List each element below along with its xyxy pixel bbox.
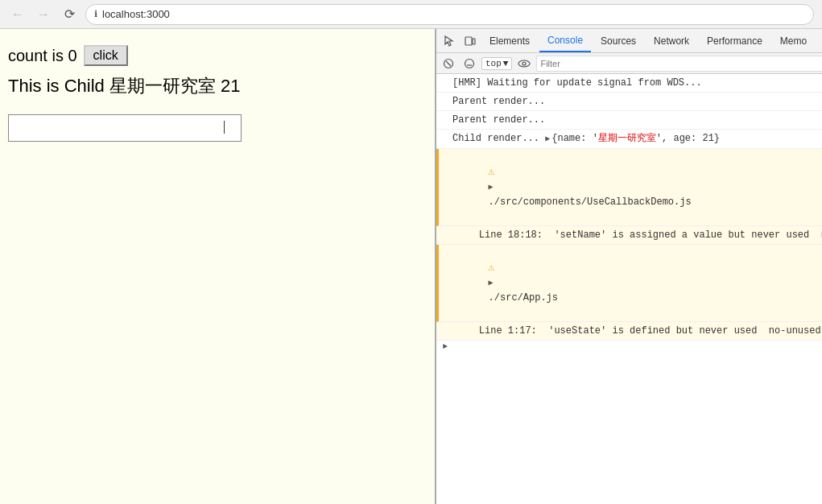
input-container xyxy=(8,114,427,142)
warning-file-2: ./src/App.js xyxy=(489,292,558,304)
click-button[interactable]: click xyxy=(84,45,128,66)
svg-marker-0 xyxy=(445,36,452,46)
expand-arrow-w2[interactable]: ▶ xyxy=(489,279,494,287)
eye-button[interactable] xyxy=(515,55,533,72)
context-arrow: ▼ xyxy=(503,59,509,68)
svg-rect-1 xyxy=(465,37,472,45)
browser-chrome: ← → ⟳ ℹ localhost:3000 xyxy=(0,0,822,29)
back-button[interactable]: ← xyxy=(8,5,27,24)
svg-point-5 xyxy=(465,59,474,68)
svg-line-4 xyxy=(446,61,451,66)
console-toolbar: top ▼ xyxy=(436,53,822,74)
address-bar[interactable]: ℹ localhost:3000 xyxy=(85,4,814,25)
tab-network[interactable]: Network xyxy=(646,29,697,52)
inspect-element-button[interactable] xyxy=(440,31,459,51)
tab-memo[interactable]: Memo xyxy=(772,29,815,52)
context-selector[interactable]: top ▼ xyxy=(481,57,512,70)
expand-arrow[interactable]: ▶ xyxy=(545,134,550,143)
url-text: localhost:3000 xyxy=(102,8,170,20)
console-line-warning2-detail: Line 1:17: 'useState' is defined but nev… xyxy=(436,322,822,341)
console-line-warning1: ⚠ ▶ ./src/components/UseCallbackDemo.js xyxy=(436,149,822,226)
device-toggle-button[interactable] xyxy=(461,31,480,51)
console-clear-button[interactable] xyxy=(440,55,457,72)
console-line-warning2: ⚠ ▶ ./src/App.js xyxy=(436,245,822,322)
warning-file-1: ./src/components/UseCallbackDemo.js xyxy=(489,196,692,208)
text-input[interactable] xyxy=(8,114,242,142)
svg-rect-2 xyxy=(473,39,475,44)
tab-performance[interactable]: Performance xyxy=(699,29,770,52)
svg-point-8 xyxy=(523,62,526,65)
child-text: This is Child 星期一研究室 21 xyxy=(8,74,427,98)
console-output: [HMR] Waiting for update signal from WDS… xyxy=(436,74,822,504)
tab-elements[interactable]: Elements xyxy=(481,29,538,52)
console-line-parent1: Parent render... xyxy=(436,93,822,111)
console-line-child: Child render... ▶{name: '星期一研究室', age: 2… xyxy=(436,130,822,149)
console-prompt-line[interactable]: ► xyxy=(436,341,822,353)
count-text: count is 0 xyxy=(8,47,77,65)
cursor-caret xyxy=(224,121,225,134)
warning-icon-2: ⚠ xyxy=(489,262,495,274)
filter-input[interactable] xyxy=(536,56,822,72)
console-filter-toggle[interactable] xyxy=(461,55,478,72)
lock-icon: ℹ xyxy=(94,9,97,19)
count-line: count is 0 click xyxy=(8,45,427,66)
tab-sources[interactable]: Sources xyxy=(593,29,644,52)
console-line-parent2: Parent render... xyxy=(436,111,822,130)
expand-arrow-w1[interactable]: ▶ xyxy=(489,183,494,192)
prompt-arrow-icon: ► xyxy=(443,342,448,351)
main-area: count is 0 click This is Child 星期一研究室 21 xyxy=(0,29,822,504)
context-label: top xyxy=(485,59,502,68)
forward-button[interactable]: → xyxy=(34,5,53,24)
console-line-hmr: [HMR] Waiting for update signal from WDS… xyxy=(436,74,822,93)
warning-icon-1: ⚠ xyxy=(489,166,495,178)
console-line-warning1-detail: Line 18:18: 'setName' is assigned a valu… xyxy=(436,226,822,245)
reload-button[interactable]: ⟳ xyxy=(60,5,79,24)
devtools-tabs-toolbar: Elements Console Sources Network Perform… xyxy=(436,29,822,53)
page-content: count is 0 click This is Child 星期一研究室 21 xyxy=(0,29,435,504)
svg-point-7 xyxy=(518,60,530,67)
devtools-panel: Elements Console Sources Network Perform… xyxy=(435,29,822,504)
tab-console[interactable]: Console xyxy=(539,29,591,52)
child-obj: {name: '星期一研究室', age: 21} xyxy=(551,133,720,144)
